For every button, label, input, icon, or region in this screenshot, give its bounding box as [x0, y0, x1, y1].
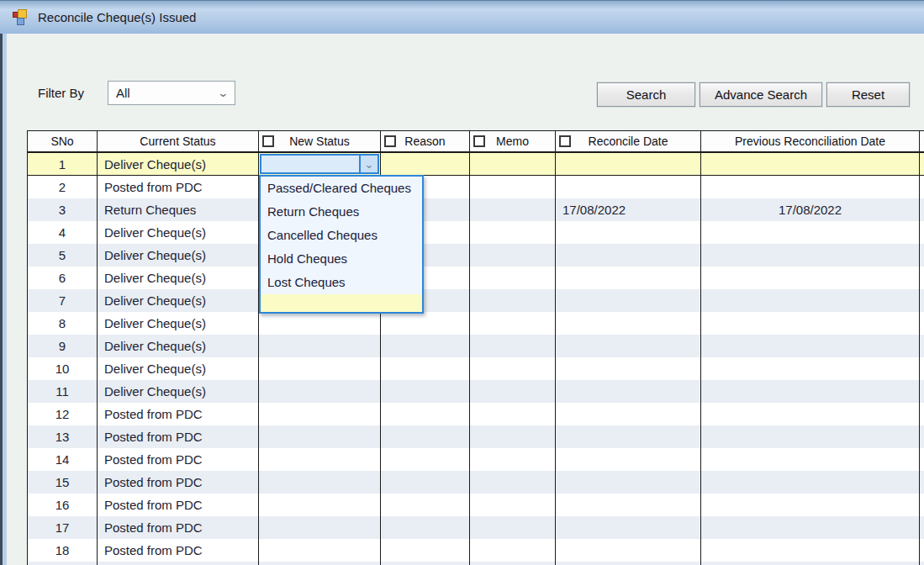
cell-current_status[interactable]: Deliver Cheque(s)	[98, 289, 259, 312]
cell-current_status[interactable]: Posted from PDC	[98, 448, 259, 471]
dropdown-item[interactable]: Passed/Cleared Cheques	[261, 177, 422, 200]
table-row[interactable]: 3Return Cheques17/08/202217/08/2022	[28, 198, 924, 221]
cell-previous_reconciliation_date[interactable]	[701, 380, 920, 403]
cell-memo[interactable]	[470, 425, 556, 448]
cell-reconcile_date[interactable]	[556, 403, 701, 425]
cell-current_status[interactable]: Deliver Cheque(s)	[98, 380, 259, 403]
cell-sno[interactable]: 16	[28, 494, 98, 516]
cell-reason[interactable]	[381, 539, 470, 562]
cell-memo[interactable]	[470, 176, 556, 198]
cell-reconcile_date[interactable]	[556, 448, 701, 471]
cell-reason[interactable]	[381, 380, 470, 403]
dropdown-item-blank-highlighted[interactable]	[261, 294, 422, 312]
cell-reason[interactable]	[381, 425, 470, 448]
cell-previous_reconciliation_date[interactable]	[701, 335, 920, 357]
cell-current_status[interactable]: Deliver Cheque(s)	[98, 221, 259, 244]
cell-new_status[interactable]	[259, 380, 381, 403]
cell-memo[interactable]	[470, 335, 556, 357]
cell-new_status[interactable]	[259, 539, 381, 562]
cell-current_status[interactable]: Posted from PDC	[98, 176, 259, 198]
cell-memo[interactable]	[470, 380, 556, 403]
table-row[interactable]: 13Posted from PDC	[28, 425, 924, 448]
cell-current_status[interactable]: Return Cheques	[98, 198, 259, 221]
cell-reconcile_date[interactable]	[556, 335, 701, 357]
table-row[interactable]: 8Deliver Cheque(s)	[28, 312, 924, 335]
cell-memo[interactable]	[470, 153, 556, 175]
cell-previous_reconciliation_date[interactable]: 17/08/2022	[701, 198, 920, 221]
cell-memo[interactable]	[470, 471, 556, 494]
cell-current_status[interactable]: Posted from PDC	[98, 539, 259, 562]
cell-previous_reconciliation_date[interactable]	[701, 539, 920, 562]
cell-sno[interactable]: 3	[28, 198, 98, 221]
cell-reason[interactable]	[381, 312, 470, 335]
cell-current_status[interactable]: Posted from PDC	[98, 425, 259, 448]
cell-previous_reconciliation_date[interactable]	[701, 448, 920, 471]
cell-current_status[interactable]: Posted from PDC	[98, 516, 259, 539]
cell-current_status[interactable]: Deliver Cheque(s)	[98, 357, 259, 380]
cell-sno[interactable]: 5	[28, 244, 98, 267]
cell-previous_reconciliation_date[interactable]	[701, 471, 920, 494]
cell-previous_reconciliation_date[interactable]	[701, 267, 920, 289]
cell-new_status[interactable]	[259, 448, 381, 471]
chevron-down-icon[interactable]: ⌄	[359, 156, 378, 172]
cell-previous_reconciliation_date[interactable]	[701, 289, 920, 312]
table-row[interactable]: 11Deliver Cheque(s)	[28, 380, 924, 403]
cell-reconcile_date[interactable]	[556, 176, 701, 198]
table-row[interactable]: 18Posted from PDC	[28, 539, 924, 562]
cell-memo[interactable]	[470, 448, 556, 471]
cell-current_status[interactable]: Deliver Cheque(s)	[98, 267, 259, 289]
cell-previous_reconciliation_date[interactable]	[701, 244, 920, 267]
cell-previous_reconciliation_date[interactable]	[701, 176, 920, 198]
cell-reconcile_date[interactable]	[556, 539, 701, 562]
cell-memo[interactable]	[470, 357, 556, 380]
cell-sno[interactable]: 8	[28, 312, 98, 335]
cell-new_status[interactable]	[259, 335, 381, 357]
cell-reason[interactable]	[381, 335, 470, 357]
cell-memo[interactable]	[470, 221, 556, 244]
cell-sno[interactable]: 7	[28, 289, 98, 312]
cell-reason[interactable]	[381, 403, 470, 425]
cell-reason[interactable]	[381, 516, 470, 539]
cell-sno[interactable]: 4	[28, 221, 98, 244]
cell-memo[interactable]	[470, 289, 556, 312]
table-row[interactable]: 12Posted from PDC	[28, 403, 924, 425]
cell-reconcile_date[interactable]	[556, 221, 701, 244]
cell-reason[interactable]	[381, 494, 470, 516]
cell-reconcile_date[interactable]	[556, 244, 701, 267]
dropdown-item[interactable]: Cancelled Cheques	[261, 224, 422, 247]
cell-memo[interactable]	[470, 494, 556, 516]
cell-sno[interactable]: 9	[28, 335, 98, 357]
dropdown-item[interactable]: Hold Cheques	[261, 247, 422, 271]
table-row[interactable]: 6Deliver Cheque(s)	[28, 267, 924, 289]
cell-current_status[interactable]: Deliver Cheque(s)	[98, 312, 259, 335]
cell-reconcile_date[interactable]	[556, 312, 701, 335]
advance-search-button[interactable]: Advance Search	[700, 82, 822, 107]
cell-previous_reconciliation_date[interactable]	[701, 494, 920, 516]
table-row[interactable]: 7Deliver Cheque(s)	[28, 289, 924, 312]
cell-previous_reconciliation_date[interactable]	[701, 153, 920, 175]
cell-memo[interactable]	[470, 244, 556, 267]
cell-new_status[interactable]	[259, 312, 381, 335]
cell-current_status[interactable]: Deliver Cheque(s)	[98, 244, 259, 267]
cell-memo[interactable]	[470, 516, 556, 539]
cell-new_status[interactable]	[259, 403, 381, 425]
cell-previous_reconciliation_date[interactable]	[701, 312, 920, 335]
cell-reason[interactable]	[381, 153, 470, 175]
cell-memo[interactable]	[470, 539, 556, 562]
table-row[interactable]: 5Deliver Cheque(s)	[28, 244, 924, 267]
dropdown-item[interactable]: Lost Cheques	[261, 271, 422, 294]
cell-reconcile_date[interactable]	[556, 494, 701, 516]
table-row[interactable]: 15Posted from PDC	[28, 471, 924, 494]
cell-sno[interactable]: 13	[28, 425, 98, 448]
cell-previous_reconciliation_date[interactable]	[701, 221, 920, 244]
cell-sno[interactable]: 11	[28, 380, 98, 403]
cell-reconcile_date[interactable]	[556, 516, 701, 539]
table-row[interactable]: 2Posted from PDC	[28, 176, 924, 198]
cell-sno[interactable]: 14	[28, 448, 98, 471]
cell-previous_reconciliation_date[interactable]	[701, 403, 920, 425]
cell-reconcile_date[interactable]	[556, 357, 701, 380]
cell-sno[interactable]: 18	[28, 539, 98, 562]
cell-new_status[interactable]	[259, 425, 381, 448]
table-row[interactable]: 14Posted from PDC	[28, 448, 924, 471]
cell-reconcile_date[interactable]: 17/08/2022	[556, 198, 701, 221]
